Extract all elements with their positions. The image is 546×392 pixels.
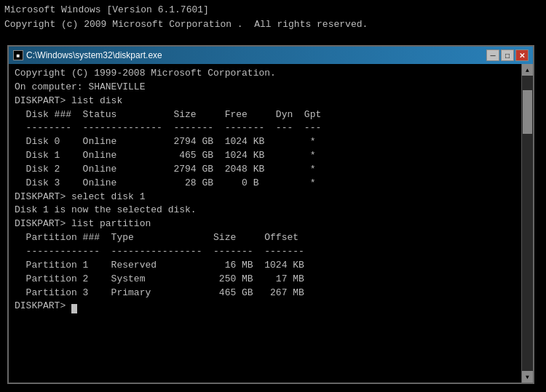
console-line: On computer: SHANEVILLE <box>15 81 515 95</box>
outer-cmd-text: Microsoft Windows [Version 6.1.7601] <box>4 3 542 17</box>
console-line: Copyright (C) 1999-2008 Microsoft Corpor… <box>15 67 515 81</box>
diskpart-window: ■ C:\Windows\system32\diskpart.exe ─ □ ✕… <box>7 45 534 384</box>
console-line: Partition 3 Primary 465 GB 267 MB <box>15 287 515 300</box>
console-line: Partition ### Type Size Offset <box>15 231 515 245</box>
scroll-up-arrow[interactable]: ▲ <box>522 64 534 76</box>
console-line: DISKPART> <box>15 300 515 313</box>
maximize-button[interactable]: □ <box>501 49 514 61</box>
console-line: Disk 1 is now the selected disk. <box>15 204 515 217</box>
window-title: C:\Windows\system32\diskpart.exe <box>26 50 162 60</box>
scroll-down-arrow[interactable]: ▼ <box>522 371 534 383</box>
minimize-button[interactable]: ─ <box>486 49 499 61</box>
close-button[interactable]: ✕ <box>515 49 529 61</box>
console-line: Disk 2 Online 2794 GB 2048 KB * <box>15 163 515 177</box>
scroll-thumb[interactable] <box>523 90 532 134</box>
console-line: DISKPART> list disk <box>15 95 515 108</box>
console-line: Partition 2 System 250 MB 17 MB <box>15 273 515 287</box>
console-line: DISKPART> list partition <box>15 217 515 231</box>
title-bar: ■ C:\Windows\system32\diskpart.exe ─ □ ✕ <box>9 47 533 64</box>
console-line: Disk ### Status Size Free Dyn Gpt <box>15 108 515 122</box>
console-line: ------------- ---------------- ------- -… <box>15 245 515 259</box>
vertical-scrollbar[interactable]: ▲ ▼ <box>521 64 533 383</box>
console-output: Copyright (C) 1999-2008 Microsoft Corpor… <box>9 64 521 383</box>
scrollbar-area: Copyright (C) 1999-2008 Microsoft Corpor… <box>9 64 533 383</box>
outer-cmd-copyright: Copyright (c) 2009 Microsoft Corporation… <box>4 17 542 32</box>
cursor <box>71 304 77 313</box>
console-line: Disk 1 Online 465 GB 1024 KB * <box>15 149 515 163</box>
title-bar-buttons: ─ □ ✕ <box>486 49 529 61</box>
console-line: Disk 3 Online 28 GB 0 B * <box>15 177 515 191</box>
window-icon: ■ <box>13 50 23 60</box>
console-line: -------- -------------- ------- ------- … <box>15 121 515 135</box>
title-bar-left: ■ C:\Windows\system32\diskpart.exe <box>13 50 162 60</box>
scroll-track[interactable] <box>522 76 533 371</box>
console-line: DISKPART> select disk 1 <box>15 191 515 204</box>
console-line: Partition 1 Reserved 16 MB 1024 KB <box>15 259 515 273</box>
console-line: Disk 0 Online 2794 GB 1024 KB * <box>15 135 515 149</box>
